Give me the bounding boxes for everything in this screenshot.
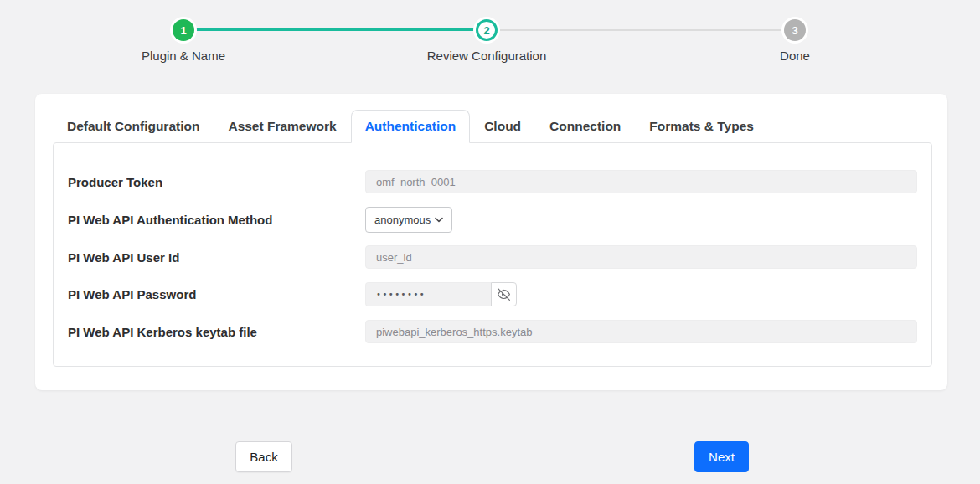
- configuration-card: Default Configuration Asset Framework Au…: [35, 94, 947, 390]
- authentication-form: Producer Token PI Web API Authentication…: [54, 143, 931, 343]
- wizard-page: 1 2 3 Plugin & Name Review Configuration…: [0, 0, 980, 484]
- eye-off-icon: [498, 288, 510, 301]
- wizard-stepper: 1 2 3 Plugin & Name Review Configuration…: [0, 0, 980, 75]
- tab-authentication[interactable]: Authentication: [351, 110, 471, 143]
- password-label: PI Web API Password: [68, 287, 365, 301]
- producer-token-label: Producer Token: [68, 175, 365, 189]
- chevron-down-icon: [435, 217, 443, 223]
- step-2-number: 2: [483, 24, 489, 37]
- user-id-label: PI Web API User Id: [68, 250, 365, 265]
- field-row-user-id: PI Web API User Id: [68, 245, 917, 269]
- step-3-number: 3: [792, 24, 797, 37]
- password-input[interactable]: [365, 282, 491, 306]
- auth-method-select[interactable]: anonymous: [365, 207, 452, 233]
- step-1-circle[interactable]: 1: [173, 19, 194, 41]
- kerberos-keytab-input[interactable]: [365, 320, 917, 343]
- step-1-number: 1: [180, 24, 186, 37]
- auth-method-label: PI Web API Authentication Method: [68, 213, 365, 227]
- back-button[interactable]: Back: [235, 441, 292, 472]
- next-button[interactable]: Next: [694, 441, 749, 472]
- auth-method-selected-value: anonymous: [374, 214, 431, 226]
- step-2-label: Review Configuration: [427, 49, 547, 63]
- field-row-auth-method: PI Web API Authentication Method anonymo…: [68, 207, 917, 233]
- step-1-label: Plugin & Name: [142, 49, 225, 63]
- stepper-line-completed: [183, 28, 487, 31]
- producer-token-input[interactable]: [365, 170, 917, 193]
- tab-cloud[interactable]: Cloud: [470, 110, 535, 143]
- kerberos-keytab-label: PI Web API Kerberos keytab file: [68, 325, 365, 339]
- configuration-tabs: Default Configuration Asset Framework Au…: [35, 94, 947, 142]
- stepper-line-upcoming: [487, 29, 795, 31]
- field-row-kerberos-keytab: PI Web API Kerberos keytab file: [68, 320, 917, 343]
- step-3-label: Done: [780, 49, 810, 63]
- user-id-input[interactable]: [365, 245, 917, 269]
- field-row-password: PI Web API Password: [68, 282, 917, 306]
- tab-formats-types[interactable]: Formats & Types: [635, 110, 768, 143]
- tab-asset-framework[interactable]: Asset Framework: [214, 110, 350, 143]
- field-row-producer-token: Producer Token: [68, 170, 917, 193]
- password-visibility-toggle[interactable]: [491, 282, 517, 306]
- tab-connection[interactable]: Connection: [535, 110, 635, 143]
- authentication-panel: Producer Token PI Web API Authentication…: [53, 142, 932, 367]
- step-3-circle: 3: [784, 19, 806, 41]
- tab-default-configuration[interactable]: Default Configuration: [53, 110, 214, 143]
- step-2-circle[interactable]: 2: [476, 19, 498, 41]
